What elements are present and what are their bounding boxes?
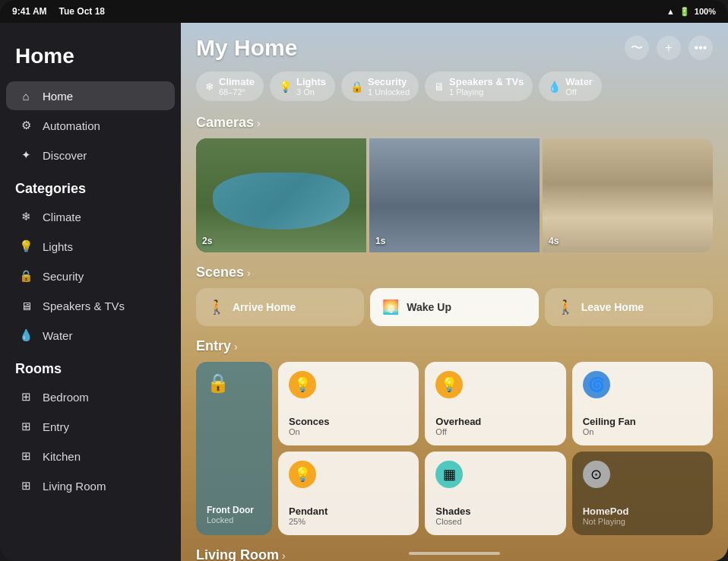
living-room-section-header[interactable]: Living Room ›: [196, 547, 713, 561]
camera-pool-label: 2s: [202, 236, 212, 246]
sidebar-item-label: Climate: [43, 211, 81, 223]
sidebar-item-climate[interactable]: ❄ Climate: [6, 202, 175, 231]
page-title: My Home: [196, 35, 297, 61]
entry-section-header[interactable]: Entry ›: [196, 338, 713, 354]
home-icon: ⌂: [18, 88, 33, 103]
sidebar-item-home[interactable]: ⌂ Home: [6, 81, 175, 110]
camera-pool[interactable]: 2s: [196, 138, 366, 252]
leave-home-label: Leave Home: [581, 301, 644, 313]
waveform-button[interactable]: 〜: [625, 36, 649, 60]
sconces-card[interactable]: 💡 Sconces On: [278, 362, 419, 445]
ceiling-fan-card[interactable]: 🌀 Ceiling Fan On: [572, 362, 713, 445]
battery-level: 100%: [695, 7, 716, 16]
ceiling-fan-label: Ceiling Fan: [583, 416, 702, 427]
more-button[interactable]: •••: [688, 36, 713, 60]
sidebar-item-water[interactable]: 💧 Water: [6, 321, 175, 350]
climate-pill[interactable]: ❄ Climate 68–72°: [196, 71, 264, 101]
camera-room[interactable]: 4s: [543, 138, 713, 252]
arrive-home-scene[interactable]: 🚶 Arrive Home: [196, 288, 364, 326]
automation-icon: ⚙: [18, 118, 33, 133]
lights-icon: 💡: [18, 239, 33, 254]
water-pill-icon: 💧: [548, 81, 561, 93]
sconces-status: On: [289, 427, 408, 436]
main-header: My Home 〜 + •••: [196, 35, 713, 61]
sidebar-item-kitchen[interactable]: ⊞ Kitchen: [6, 442, 175, 471]
climate-pill-sub: 68–72°: [219, 87, 255, 97]
sidebar-item-label: Water: [43, 329, 72, 342]
front-door-card[interactable]: 🔒 Front Door Locked: [196, 362, 272, 535]
security-pill-icon: 🔒: [350, 81, 363, 93]
pendant-label: Pendant: [289, 506, 408, 517]
wake-up-scene[interactable]: 🌅 Wake Up: [370, 288, 538, 326]
sidebar-item-label: Automation: [43, 119, 100, 132]
sidebar-item-label: Lights: [43, 240, 73, 253]
sidebar-item-lights[interactable]: 💡 Lights: [6, 232, 175, 261]
speakers-pill-label: Speakers & TVs: [449, 76, 524, 87]
camera-garage[interactable]: 1s: [369, 138, 540, 252]
lights-pill[interactable]: 💡 Lights 3 On: [270, 71, 335, 101]
sconces-label: Sconces: [289, 416, 408, 427]
scenes-chevron: ›: [247, 267, 251, 279]
front-door-status: Locked: [207, 515, 261, 525]
wake-up-label: Wake Up: [407, 301, 451, 313]
overhead-label: Overhead: [435, 416, 555, 427]
lights-pill-sub: 3 On: [296, 87, 326, 97]
homepod-card[interactable]: ⊙ HomePod Not Playing: [572, 452, 713, 535]
sidebar-item-label: Speakers & TVs: [43, 300, 125, 312]
water-icon: 💧: [18, 328, 33, 343]
garage-bg: [369, 138, 540, 252]
lights-pill-icon: 💡: [279, 81, 292, 93]
pendant-status: 25%: [289, 517, 408, 526]
cameras-section-header[interactable]: Cameras ›: [196, 115, 713, 131]
sidebar-item-label: Entry: [43, 420, 69, 433]
security-pill[interactable]: 🔒 Security 1 Unlocked: [341, 71, 419, 101]
scenes-section-header[interactable]: Scenes ›: [196, 265, 713, 280]
header-actions: 〜 + •••: [625, 36, 713, 60]
shades-status: Closed: [435, 517, 555, 526]
add-button[interactable]: +: [657, 36, 681, 60]
climate-pill-label: Climate: [219, 76, 255, 87]
water-pill-label: Water: [565, 76, 593, 87]
entry-title: Entry: [196, 338, 231, 354]
leave-home-scene[interactable]: 🚶 Leave Home: [545, 288, 713, 326]
sidebar-item-entry[interactable]: ⊞ Entry: [6, 412, 175, 441]
sidebar: Home ⌂ Home ⚙ Automation ✦ Discover Cate…: [0, 23, 181, 561]
sidebar-item-automation[interactable]: ⚙ Automation: [6, 111, 175, 140]
entry-icon: ⊞: [18, 419, 33, 434]
pendant-card[interactable]: 💡 Pendant 25%: [278, 452, 419, 535]
wake-up-icon: 🌅: [382, 299, 399, 315]
sidebar-item-living-room[interactable]: ⊞ Living Room: [6, 471, 175, 500]
homepod-status: Not Playing: [583, 517, 702, 526]
scenes-title: Scenes: [196, 265, 244, 280]
sidebar-item-bedroom[interactable]: ⊞ Bedroom: [6, 382, 175, 411]
sidebar-item-label: Living Room: [43, 480, 106, 493]
rooms-title: Rooms: [0, 350, 181, 382]
sidebar-item-speakers[interactable]: 🖥 Speakers & TVs: [6, 291, 175, 320]
water-pill-sub: Off: [565, 87, 593, 97]
sidebar-item-security[interactable]: 🔒 Security: [6, 261, 175, 290]
speakers-icon: 🖥: [18, 298, 33, 313]
sconces-icon: 💡: [289, 371, 316, 398]
lights-pill-label: Lights: [296, 76, 326, 87]
arrive-home-label: Arrive Home: [233, 301, 296, 313]
arrive-home-icon: 🚶: [208, 299, 225, 315]
sidebar-item-discover[interactable]: ✦ Discover: [6, 141, 175, 170]
scenes-grid: 🚶 Arrive Home 🌅 Wake Up 🚶 Leave Home: [196, 288, 713, 326]
main-content: My Home 〜 + ••• ❄ Climate 68–72° 💡: [181, 23, 728, 561]
water-pill[interactable]: 💧 Water Off: [539, 71, 602, 101]
living-room-chevron: ›: [282, 550, 286, 562]
kitchen-icon: ⊞: [18, 448, 33, 464]
sidebar-item-label: Discover: [43, 149, 87, 162]
living-room-icon: ⊞: [18, 478, 33, 493]
discover-icon: ✦: [18, 147, 33, 163]
overhead-status: Off: [435, 427, 555, 436]
speakers-pill[interactable]: 🖥 Speakers & TVs 1 Playing: [425, 71, 533, 101]
leave-home-icon: 🚶: [557, 299, 574, 315]
speakers-pill-sub: 1 Playing: [449, 87, 524, 97]
main-inner: My Home 〜 + ••• ❄ Climate 68–72° 💡: [181, 23, 728, 561]
status-time: 9:41 AM: [12, 6, 47, 17]
climate-pill-icon: ❄: [205, 81, 214, 93]
camera-grid: 2s 1s 4s: [196, 138, 713, 252]
shades-card[interactable]: ▦ Shades Closed: [425, 452, 565, 535]
overhead-card[interactable]: 💡 Overhead Off: [425, 362, 565, 445]
